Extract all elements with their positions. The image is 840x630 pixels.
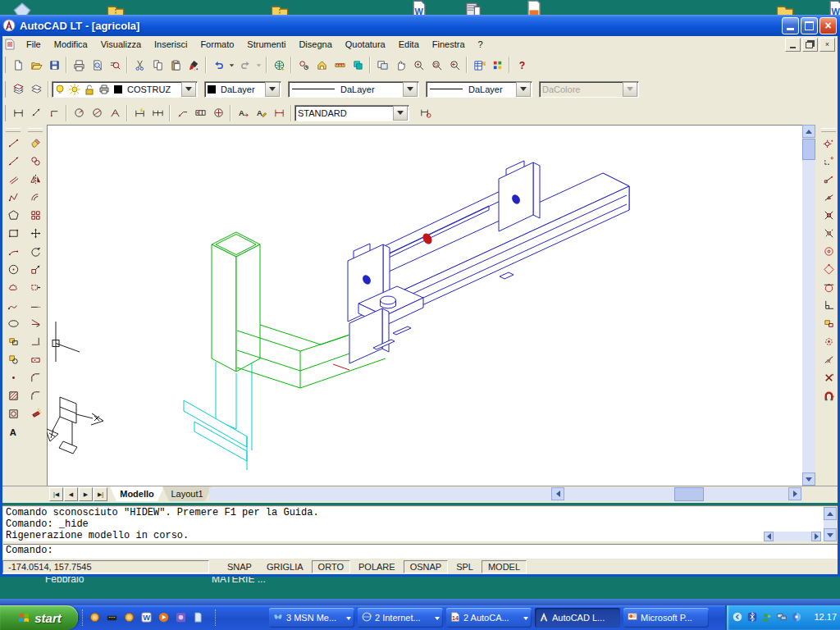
status-toggle-griglia[interactable]: GRIGLIA xyxy=(260,560,310,573)
dim-style-icon[interactable] xyxy=(416,104,434,122)
child-close-button[interactable]: × xyxy=(819,38,835,52)
child-minimize-button[interactable] xyxy=(785,38,801,52)
dimstyle-combo[interactable]: STANDARD xyxy=(294,105,409,121)
osnap-settings-icon[interactable] xyxy=(819,386,838,404)
status-toggle-model[interactable]: MODEL xyxy=(482,560,527,573)
desktop-icon-fax-doc[interactable] xyxy=(464,0,486,15)
desktop-icon-orange-doc[interactable] xyxy=(525,0,546,15)
scroll-up-icon[interactable] xyxy=(802,125,815,138)
menu-formato[interactable]: Formato xyxy=(194,38,240,51)
redo-icon[interactable] xyxy=(236,56,254,74)
move-icon[interactable] xyxy=(26,224,44,242)
pan-icon[interactable] xyxy=(391,56,409,74)
scale-icon[interactable] xyxy=(26,260,44,278)
menu-disegna[interactable]: Disegna xyxy=(292,38,338,51)
design-center-icon[interactable] xyxy=(488,56,506,74)
toolbar-grip[interactable] xyxy=(2,57,6,73)
quicklaunch-keys-icon[interactable] xyxy=(106,611,119,624)
command-vscrollbar[interactable] xyxy=(824,507,837,541)
minimize-button[interactable] xyxy=(782,17,799,34)
status-toggle-snap[interactable]: SNAP xyxy=(221,560,258,573)
lineweight-dropdown-icon[interactable] xyxy=(516,82,531,97)
new-icon[interactable] xyxy=(9,56,27,74)
preview-icon[interactable] xyxy=(88,56,106,74)
quicklaunch-word-icon[interactable]: W xyxy=(140,611,153,624)
circle-icon[interactable] xyxy=(4,260,22,278)
ellipse-icon[interactable] xyxy=(4,314,22,332)
tray-network-icon[interactable] xyxy=(776,611,789,624)
dim-edit-icon[interactable]: A xyxy=(234,104,252,122)
trim-icon[interactable] xyxy=(26,314,44,332)
rectangle-icon[interactable] xyxy=(4,224,22,242)
snap-midpoint-icon[interactable] xyxy=(819,188,838,206)
toolbar-grip[interactable] xyxy=(2,105,6,121)
taskbar-handle[interactable] xyxy=(215,609,218,626)
close-button[interactable]: × xyxy=(819,17,837,34)
copy-object-icon[interactable] xyxy=(26,152,44,170)
dim-diameter-icon[interactable] xyxy=(88,104,106,122)
break-icon[interactable] xyxy=(26,350,44,368)
status-toggle-osnap[interactable]: OSNAP xyxy=(404,560,449,573)
taskbar-handle[interactable] xyxy=(82,609,85,626)
quicklaunch-gold-badge-icon[interactable] xyxy=(89,611,102,624)
construction-line-icon[interactable] xyxy=(4,152,22,170)
menu-file[interactable]: File xyxy=(20,38,48,51)
dim-center-icon[interactable] xyxy=(209,104,227,122)
maximize-button[interactable] xyxy=(801,17,818,34)
drawing-canvas[interactable] xyxy=(47,125,802,486)
explode-icon[interactable] xyxy=(26,404,44,422)
make-block-icon[interactable] xyxy=(4,350,22,368)
snap-quadrant-icon[interactable] xyxy=(819,260,838,278)
dim-quick-icon[interactable] xyxy=(130,104,148,122)
task-microsoft-p-[interactable]: Microsoft P... xyxy=(623,608,709,628)
menu-edita[interactable]: Edita xyxy=(392,38,426,51)
named-views-icon[interactable] xyxy=(313,56,331,74)
tab-modello[interactable]: Modello xyxy=(110,486,164,501)
polyline-icon[interactable] xyxy=(4,188,22,206)
zoom-realtime-icon[interactable] xyxy=(409,56,427,74)
task-2-autoca-[interactable]: 142 AutoCA... xyxy=(446,608,532,628)
cad-drawing[interactable] xyxy=(47,125,802,486)
scroll-up-icon[interactable] xyxy=(824,507,837,520)
status-toggle-orto[interactable]: ORTO xyxy=(312,560,350,573)
revision-cloud-icon[interactable] xyxy=(4,278,22,296)
offset-icon[interactable] xyxy=(26,188,44,206)
snap-perpendicular-icon[interactable] xyxy=(819,296,838,314)
arc-icon[interactable] xyxy=(4,242,22,260)
scroll-left-icon[interactable] xyxy=(764,532,774,541)
array-icon[interactable] xyxy=(26,206,44,224)
command-prompt[interactable]: Comando: xyxy=(3,544,839,558)
toolbar-grip[interactable] xyxy=(2,81,6,98)
dim-continue-icon[interactable] xyxy=(148,104,167,122)
horizontal-scroll-thumb[interactable] xyxy=(674,487,704,501)
vertical-scroll-thumb[interactable] xyxy=(802,139,815,160)
quicklaunch-purple-app-icon[interactable] xyxy=(175,611,188,624)
start-button[interactable]: start xyxy=(0,605,78,630)
tab-nav-next-icon[interactable]: ▶ xyxy=(79,487,93,501)
command-hscrollbar[interactable] xyxy=(764,532,821,541)
snap-center-icon[interactable] xyxy=(819,242,838,260)
scroll-right-icon[interactable] xyxy=(811,532,821,541)
layers-icon[interactable] xyxy=(9,80,27,98)
redraw-icon[interactable] xyxy=(373,56,391,74)
desktop-icon-blue-gem[interactable] xyxy=(13,0,34,15)
rotate-icon[interactable] xyxy=(26,242,44,260)
layer-states-icon[interactable] xyxy=(27,80,45,98)
desktop-icon-word-doc[interactable]: W xyxy=(410,0,431,15)
layer-freeze-icon[interactable] xyxy=(68,83,81,96)
dim-tolerance-icon[interactable] xyxy=(191,104,209,122)
zoom-previous-icon[interactable] xyxy=(445,56,463,74)
lengthen-icon[interactable] xyxy=(26,296,44,314)
paste-icon[interactable] xyxy=(167,56,185,74)
dim-aligned-icon[interactable] xyxy=(27,104,45,122)
layer-combo[interactable]: COSTRUZ xyxy=(52,81,198,98)
menu-help[interactable]: ? xyxy=(472,38,490,51)
child-restore-button[interactable] xyxy=(802,38,818,52)
task-group-arrow-icon[interactable] xyxy=(435,617,440,623)
dim-textedit-icon[interactable]: A xyxy=(252,104,270,122)
desktop-icon-folder[interactable] xyxy=(776,0,797,15)
lineweight-combo[interactable]: DaLayer xyxy=(426,81,532,98)
dim-update-icon[interactable] xyxy=(270,104,288,122)
save-icon[interactable] xyxy=(45,56,63,74)
dim-ordinate-icon[interactable] xyxy=(45,104,63,122)
